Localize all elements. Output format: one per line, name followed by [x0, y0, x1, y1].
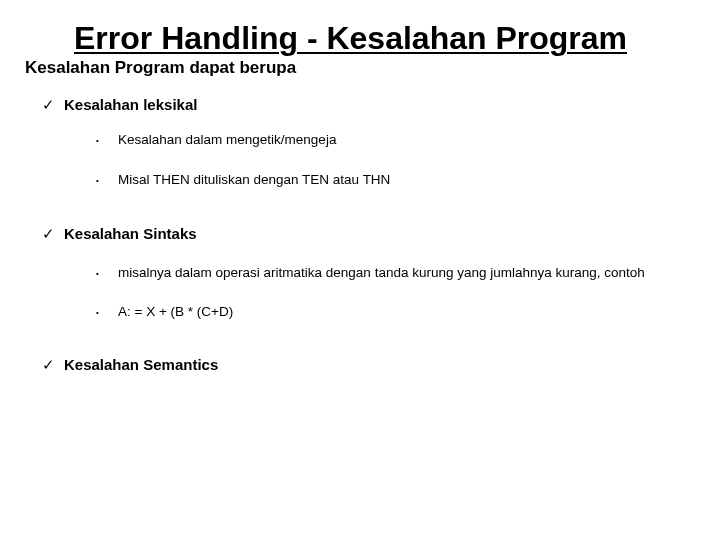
check-icon: ✓	[42, 225, 64, 243]
bullet-icon: •	[96, 175, 118, 187]
sub-list-item: • Misal THEN dituliskan dengan TEN atau …	[96, 170, 690, 190]
sub-list-item: • Kesalahan dalam mengetik/mengeja	[96, 130, 690, 150]
check-icon: ✓	[42, 356, 64, 374]
list-item-label: Kesalahan Semantics	[64, 356, 218, 373]
slide-subtitle: Kesalahan Program dapat berupa	[25, 58, 296, 78]
list-item: ✓ Kesalahan Semantics	[42, 356, 690, 374]
check-icon: ✓	[42, 96, 64, 114]
sub-list-item: • misalnya dalam operasi aritmatika deng…	[96, 259, 690, 286]
slide-title: Error Handling - Kesalahan Program	[74, 22, 627, 54]
list-item: ✓ Kesalahan Sintaks • misalnya dalam ope…	[42, 225, 690, 322]
sub-list: • misalnya dalam operasi aritmatika deng…	[96, 259, 690, 322]
sub-list: • Kesalahan dalam mengetik/mengeja • Mis…	[96, 130, 690, 191]
sub-list-item: • A: = X + (B * (C+D)	[96, 302, 690, 322]
sub-list-item-text: A: = X + (B * (C+D)	[118, 302, 233, 322]
sub-list-item-text: misalnya dalam operasi aritmatika dengan…	[118, 259, 645, 286]
bullet-icon: •	[96, 135, 118, 147]
list-item: ✓ Kesalahan leksikal • Kesalahan dalam m…	[42, 96, 690, 191]
bullet-icon: •	[96, 268, 118, 280]
list-item-label: Kesalahan Sintaks	[64, 225, 197, 242]
slide-body: ✓ Kesalahan leksikal • Kesalahan dalam m…	[42, 96, 690, 396]
slide: Error Handling - Kesalahan Program Kesal…	[0, 0, 720, 540]
list-item-label: Kesalahan leksikal	[64, 96, 197, 113]
sub-list-item-text: Kesalahan dalam mengetik/mengeja	[118, 130, 336, 150]
sub-list-item-text: Misal THEN dituliskan dengan TEN atau TH…	[118, 170, 390, 190]
bullet-icon: •	[96, 307, 118, 319]
